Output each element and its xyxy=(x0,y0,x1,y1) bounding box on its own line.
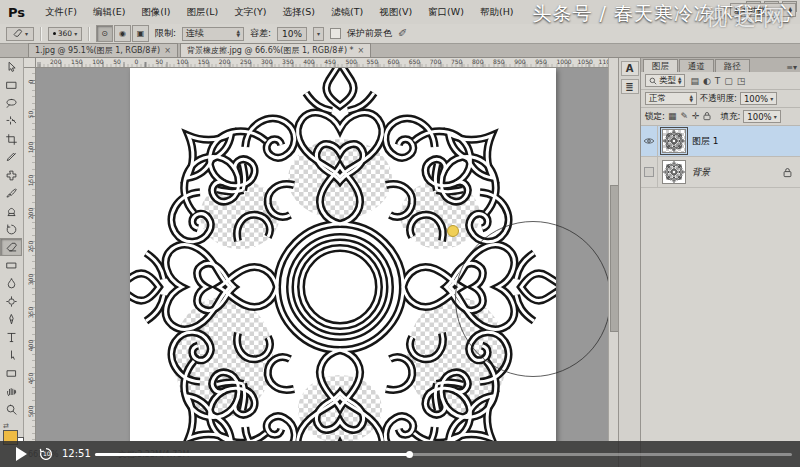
collapsed-panel-icon-a[interactable]: A xyxy=(621,61,639,76)
type-tool[interactable] xyxy=(0,328,22,346)
shape-layers-filter-icon[interactable]: ▢ xyxy=(724,76,733,86)
panel-tab-路径[interactable]: 路径 xyxy=(715,59,750,72)
document-tab-bar: 1.jpg @ 95.1%(图层 1, RGB/8#) × 背景橡皮擦.jpg … xyxy=(0,44,800,58)
menu-item-2[interactable]: 图像(I) xyxy=(133,6,178,17)
shape-tool[interactable] xyxy=(0,364,22,382)
tool-options-bar: ▾ 360 ▾ ⊙◉▣ 限制: 连续 ▲▼ 容差: 10% ▾ 保护前景色 ✐ xyxy=(0,24,800,44)
layer-name[interactable]: 背景 xyxy=(692,166,710,179)
layer-thumbnail[interactable] xyxy=(662,129,686,153)
tolerance-dropdown-button[interactable]: ▾ xyxy=(313,27,324,41)
sampling-background-swatch-icon[interactable]: ▣ xyxy=(132,25,149,42)
close-icon[interactable]: × xyxy=(164,46,171,55)
lock-transparent-icon[interactable]: ▦ xyxy=(668,111,677,123)
replay-10-button[interactable]: 10 xyxy=(38,446,54,462)
limit-dropdown[interactable]: 连续 ▲▼ xyxy=(182,27,244,41)
chevron-down-icon: ▾ xyxy=(317,30,320,37)
v-ruler-label: 200 xyxy=(27,208,34,220)
collapsed-panel-icon-list[interactable]: ≣ xyxy=(621,79,639,94)
blur-tool[interactable] xyxy=(0,274,22,292)
horizontal-ruler[interactable]: 2001501005005010015020025030035040045050… xyxy=(36,58,608,68)
menu-item-3[interactable]: 图层(L) xyxy=(179,6,227,17)
swap-colors-icon[interactable]: ⇄ xyxy=(3,422,9,430)
h-ruler-label: 500 xyxy=(345,58,356,65)
brush-tool[interactable] xyxy=(0,184,22,202)
layer-visibility-toggle[interactable] xyxy=(641,126,658,156)
adjustment-layers-filter-icon[interactable]: ◐ xyxy=(703,76,711,86)
h-ruler-label: 900 xyxy=(514,58,525,65)
layer-name[interactable]: 图层 1 xyxy=(692,135,719,148)
document-tab-1[interactable]: 1.jpg @ 95.1%(图层 1, RGB/8#) × xyxy=(28,43,178,57)
document-tab-2-active[interactable]: 背景橡皮擦.jpg @ 66.6%(图层 1, RGB/8#) * × xyxy=(180,43,371,57)
layer-thumbnail[interactable] xyxy=(662,160,686,184)
menu-item-8[interactable]: 窗口(W) xyxy=(420,6,472,17)
eraser-tool[interactable] xyxy=(0,238,22,256)
pixel-layers-filter-icon[interactable]: ▤ xyxy=(690,76,699,86)
panel-tab-通道[interactable]: 通道 xyxy=(679,59,714,72)
eraser-icon xyxy=(12,28,23,39)
menu-item-7[interactable]: 视图(V) xyxy=(371,6,420,17)
quick-selection-tool[interactable] xyxy=(0,112,22,130)
eyedropper-tool[interactable] xyxy=(0,148,22,166)
spinner-icon: ▲▼ xyxy=(678,77,681,84)
app-logo: Ps xyxy=(8,5,25,20)
brush-cursor xyxy=(455,221,608,377)
pen-tool[interactable] xyxy=(0,310,22,328)
gradient-tool[interactable] xyxy=(0,256,22,274)
menu-item-4[interactable]: 文字(Y) xyxy=(226,6,274,17)
fill-input[interactable]: 100% ▾ xyxy=(743,110,780,123)
menu-item-9[interactable]: 帮助(H) xyxy=(472,6,522,17)
vertical-ruler[interactable]: 050100150200250300350400450500 xyxy=(24,68,36,467)
blend-mode-dropdown[interactable]: 正常 ▲▼ xyxy=(645,92,697,105)
sampling-once-icon[interactable]: ◉ xyxy=(114,25,131,42)
progress-track[interactable] xyxy=(95,453,792,456)
opacity-input[interactable]: 100% ▾ xyxy=(740,92,777,105)
zoom-tool[interactable] xyxy=(0,400,22,418)
lasso-tool[interactable] xyxy=(0,94,22,112)
smart-object-filter-icon[interactable]: ◳ xyxy=(737,76,746,86)
lock-all-icon[interactable] xyxy=(703,111,711,123)
chevron-down-icon: ▾ xyxy=(25,30,28,37)
protect-foreground-checkbox[interactable] xyxy=(330,28,341,39)
hand-tool[interactable] xyxy=(0,382,22,400)
layer-row[interactable]: 图层 1 xyxy=(641,126,800,157)
filter-kind-dropdown[interactable]: 类型 ▲▼ xyxy=(645,74,685,87)
dodge-tool[interactable] xyxy=(0,292,22,310)
spot-healing-tool[interactable] xyxy=(0,166,22,184)
panel-tab-bar: 图层通道路径≡▾ xyxy=(641,58,800,72)
vertical-scrollbar[interactable] xyxy=(608,58,618,467)
type-layers-filter-icon[interactable]: T xyxy=(715,76,721,86)
menu-item-1[interactable]: 编辑(E) xyxy=(85,6,133,17)
marquee-tool[interactable] xyxy=(0,76,22,94)
layer-visibility-toggle[interactable] xyxy=(641,157,658,187)
history-brush-tool[interactable] xyxy=(0,220,22,238)
tolerance-input[interactable]: 10% xyxy=(277,27,307,41)
tablet-pressure-icon[interactable]: ✐ xyxy=(398,27,407,40)
progress-handle[interactable] xyxy=(406,451,413,458)
menu-item-0[interactable]: 文件(F) xyxy=(37,6,85,17)
play-button[interactable] xyxy=(16,447,27,461)
lock-pixels-icon[interactable]: ✎ xyxy=(680,111,688,123)
separator xyxy=(88,27,90,41)
lock-position-icon[interactable]: ✛ xyxy=(692,111,700,123)
path-selection-tool[interactable] xyxy=(0,346,22,364)
filter-kind-label: 类型 xyxy=(659,75,676,87)
spinner-icon: ▲▼ xyxy=(690,95,693,102)
h-ruler-label: 750 xyxy=(451,58,462,65)
panel-tab-图层[interactable]: 图层 xyxy=(643,59,678,72)
clone-stamp-tool[interactable] xyxy=(0,202,22,220)
sampling-point xyxy=(447,225,459,237)
document-area[interactable] xyxy=(36,68,608,467)
menu-item-6[interactable]: 滤镜(T) xyxy=(323,6,371,17)
panel-menu-icon[interactable]: ≡▾ xyxy=(786,63,797,72)
brush-tip-dot xyxy=(53,32,56,35)
crop-tool[interactable] xyxy=(0,130,22,148)
v-ruler-label: 500 xyxy=(27,406,34,418)
h-ruler-label: 450 xyxy=(324,58,335,65)
background-eraser-tool-icon[interactable]: ▾ xyxy=(6,27,34,41)
brush-size-picker[interactable]: 360 ▾ xyxy=(48,27,82,41)
sampling-continuous-icon[interactable]: ⊙ xyxy=(96,25,113,42)
menu-item-5[interactable]: 选择(S) xyxy=(275,6,323,17)
layer-row[interactable]: 背景 xyxy=(641,157,800,188)
close-icon[interactable]: × xyxy=(358,46,365,55)
move-tool[interactable] xyxy=(0,58,22,76)
